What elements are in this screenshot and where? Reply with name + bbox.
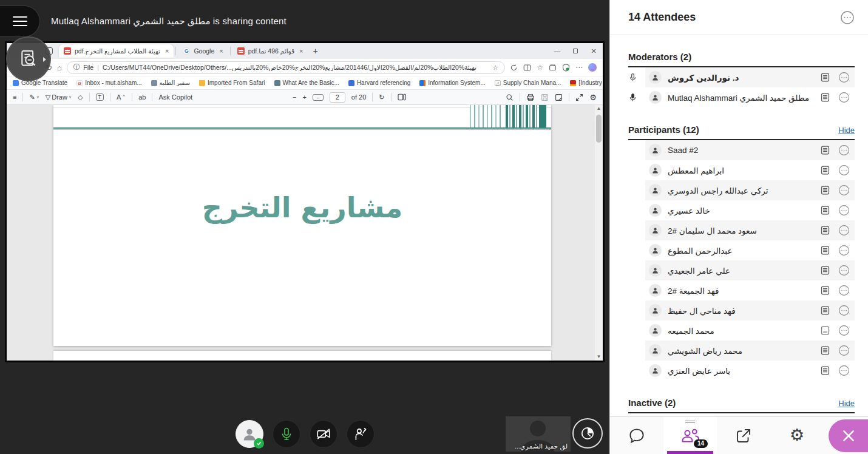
tab-chat[interactable] [610,417,663,454]
tab-share-content[interactable] [717,417,770,454]
minimize-button[interactable]: — [548,47,566,55]
my-status-button[interactable] [236,420,263,448]
text-select-icon[interactable]: ab [138,93,146,101]
session-menu-button[interactable] [0,5,40,37]
browser-essentials-icon[interactable] [562,64,570,72]
close-window-button[interactable]: ✕ [585,47,603,55]
attendee-status-icon[interactable] [820,265,830,276]
inactive-hide-link[interactable]: Hide [838,399,855,408]
save-icon[interactable] [541,93,549,101]
attendee-options-button[interactable] [838,185,850,196]
attendee-status-icon[interactable] [820,285,830,296]
attendee-options-button[interactable] [838,164,850,176]
raise-hand-button[interactable] [347,420,375,448]
attendee-status-icon[interactable] [820,245,830,256]
ask-copilot-button[interactable]: Ask Copilot [158,93,192,101]
browser-tab-pdf2[interactable]: قوائم 496 نما.pdf × [232,44,308,58]
attendee-status-icon[interactable] [820,305,830,316]
browser-menu-icon[interactable]: ⋯ [575,63,583,72]
pdf-scrollbar[interactable]: ▲ ▼ [595,105,603,361]
microphone-icon [279,427,294,441]
bookmark-item[interactable]: Harvard referencing [348,80,410,86]
browser-refresh-icon[interactable] [510,64,518,72]
print-icon[interactable] [526,93,535,101]
bookmark-item[interactable]: [Industry inventory]... [570,80,603,86]
zoom-in-icon[interactable]: + [302,93,306,101]
read-aloud-icon[interactable]: A⌃ [117,93,126,101]
bookmark-item[interactable]: سفير الطلبة [151,80,190,86]
fullscreen-icon[interactable] [575,93,583,101]
attendee-options-button[interactable] [838,285,850,296]
participants-hide-link[interactable]: Hide [838,126,855,135]
rotate-icon[interactable]: ↻ [379,93,384,101]
text-box-icon[interactable]: T [96,93,104,101]
copilot-icon[interactable] [588,63,597,72]
bookmark-item[interactable]: What Are the Basic... [274,80,339,86]
share-view-indicator-button[interactable] [6,36,51,81]
browser-tab-pdf[interactable]: تهيئة الطلاب لمشاريع التخرج.pdf × [59,44,174,58]
page-number-input[interactable] [330,92,345,103]
bookmark-item[interactable]: GInbox - mut.alsham... [76,80,141,86]
fit-width-icon[interactable]: ↔ [313,94,324,101]
attendees-options-button[interactable] [840,10,855,25]
attendee-options-button[interactable] [838,265,850,276]
attendee-status-icon[interactable] [820,145,830,155]
attendee-options-button[interactable] [838,245,850,256]
toc-icon[interactable]: ≡ [13,93,16,101]
panel-drag-handle[interactable] [685,419,695,424]
tab-close-icon[interactable]: × [299,47,303,55]
pdf-settings-gear-icon[interactable]: ⚙ [589,93,597,102]
bookmark-item[interactable]: Information System... [419,80,485,86]
favorite-star-icon[interactable]: ☆ [492,64,498,72]
highlighter-icon[interactable]: ✎∨ [29,93,39,101]
bookmark-item[interactable]: Imported From Safari [199,80,265,86]
attendee-options-button[interactable] [838,305,850,316]
attendee-options-button[interactable] [838,325,850,336]
attendee-options-button[interactable] [838,225,850,236]
attendee-status-icon[interactable] [820,185,830,195]
attendee-away-icon[interactable] [820,325,830,336]
attendee-status-icon[interactable] [820,365,830,376]
home-icon[interactable]: ⌂ [57,63,62,72]
session-timer-button[interactable] [572,418,603,449]
microphone-button[interactable] [273,420,300,448]
collections-icon[interactable] [549,64,557,72]
my-video-thumbnail[interactable]: ...لق حميد الشمري [506,416,571,452]
tab-close-icon[interactable]: × [219,47,223,55]
attendee-status-icon[interactable] [820,92,830,103]
attendee-options-button[interactable] [838,345,850,356]
camera-button[interactable] [310,420,337,448]
search-icon[interactable] [506,93,514,101]
tab-close-icon[interactable]: × [165,47,169,55]
draw-pen-icon[interactable]: ▽ Draw∨ [46,93,72,101]
attendee-status-icon[interactable] [820,165,830,175]
scroll-down-icon[interactable]: ▼ [595,353,603,361]
tab-attendees[interactable]: 14 [663,417,717,454]
scroll-up-icon[interactable]: ▲ [595,105,603,112]
attendee-status-icon[interactable] [820,72,830,83]
attendee-status-icon[interactable] [820,345,830,356]
save-as-icon[interactable] [555,93,563,101]
eraser-icon[interactable]: ◇ [78,93,83,101]
attendee-options-button[interactable] [838,144,850,156]
attendee-status-icon[interactable] [820,225,830,235]
attendee-options-button[interactable] [838,72,850,83]
browser-tab-google[interactable]: G Google × [178,44,228,58]
info-icon[interactable]: ⓘ [73,63,80,72]
attendee-options-button[interactable] [838,92,850,103]
attendee-options-button[interactable] [838,205,850,216]
split-screen-icon[interactable] [523,64,531,72]
zoom-out-icon[interactable]: − [293,93,296,101]
favorites-icon[interactable]: ☆ [537,63,543,72]
page-view-icon[interactable] [398,93,406,101]
scrollbar-thumb[interactable] [596,115,602,143]
maximize-button[interactable] [566,47,585,55]
bookmark-item[interactable]: Google Translate [13,80,67,86]
close-panel-button[interactable] [829,419,868,452]
address-bar[interactable]: ⓘ File | C:/Users/MUT44/OneDrive/Desktop… [67,61,505,74]
tab-settings[interactable]: ⚙ [770,417,824,454]
new-tab-button[interactable]: + [313,46,317,56]
attendee-options-button[interactable] [838,365,850,376]
attendee-status-icon[interactable] [820,205,830,215]
bookmark-item[interactable]: △Supply Chain Mana... [495,80,561,86]
